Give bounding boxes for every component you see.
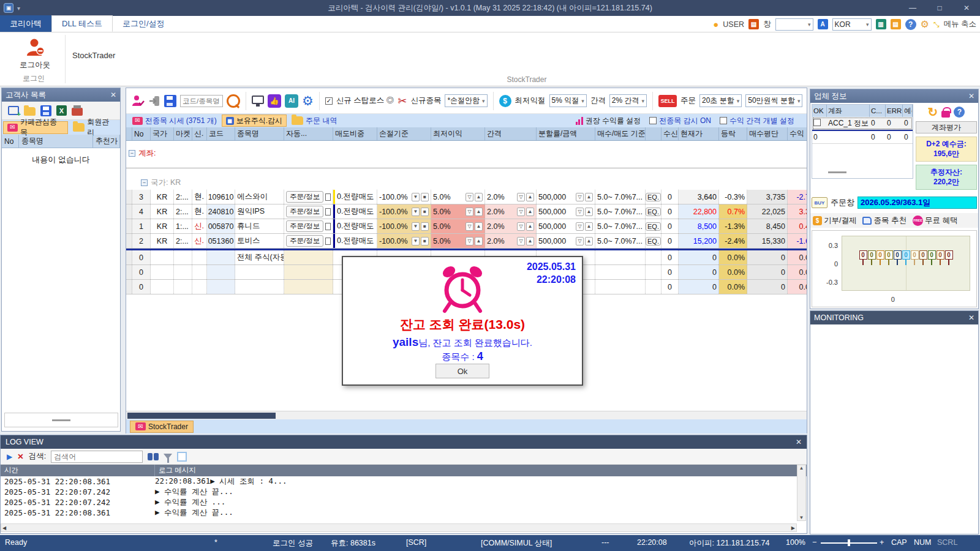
new-stoploss-checkbox[interactable]: ✓ <box>325 97 333 105</box>
col-no[interactable]: No <box>2 135 19 148</box>
account-row[interactable]: 0 0 0 0 <box>812 131 913 144</box>
spinner-down[interactable]: ▽ <box>517 222 525 231</box>
profit-rate-setting[interactable]: 권장 수익률 설정 <box>576 116 641 126</box>
app-icon[interactable]: ▣ <box>4 3 13 13</box>
free-benefit-link[interactable]: FREE 무료 혜택 <box>913 216 957 226</box>
row-checkbox[interactable] <box>325 193 331 201</box>
column-header[interactable]: 신. <box>192 127 207 140</box>
col-time[interactable]: 시간 <box>1 465 155 476</box>
account-row[interactable]: ACC_1 정보 0 0 0 <box>812 117 913 130</box>
chart-marker[interactable]: 0 <box>902 250 910 265</box>
zoom-in-icon[interactable]: + <box>880 538 884 547</box>
save-icon[interactable] <box>40 105 51 116</box>
order-amount-select[interactable]: 50만원씩 분할▾ <box>745 94 802 107</box>
collapse-icon[interactable]: − <box>129 150 135 157</box>
log-row[interactable]: 2025-05-31 22:20:08.361▶ 수익률 계산 끝... <box>1 508 807 518</box>
group-row-country[interactable]: − 국가: KR <box>126 176 807 189</box>
excel-export-icon[interactable]: X <box>56 105 67 116</box>
donate-link[interactable]: $ 기부/결제 <box>813 216 856 226</box>
collapse-menu-icon[interactable]: ⤡ <box>933 20 940 29</box>
account-eval-button[interactable]: 계좌평가 <box>916 121 977 133</box>
tab-stocktrader[interactable]: ✉ StockTrader <box>130 421 194 433</box>
column-header[interactable]: 매수평단 <box>747 127 788 140</box>
tab-dll-test[interactable]: DLL 테스트 <box>51 15 113 32</box>
column-header[interactable]: 간격 <box>485 127 537 140</box>
column-header[interactable]: 코드 <box>207 127 235 140</box>
spinner-up[interactable]: ▲ <box>585 237 593 246</box>
import-arrow-icon[interactable] <box>148 95 160 107</box>
stop-square-button[interactable]: ■ <box>421 222 429 231</box>
recommend-link[interactable]: 종목 추천 <box>862 216 906 226</box>
spinner-down[interactable]: ▽ <box>466 237 473 246</box>
buy-hand-icon[interactable]: BUY <box>812 197 827 208</box>
eq-button[interactable]: EQ. <box>646 237 661 246</box>
eq-button[interactable]: EQ. <box>646 222 661 231</box>
gear-icon[interactable]: ⚙ <box>302 94 314 108</box>
order-info-button[interactable]: 주문/정보 <box>286 220 323 232</box>
zoom-slider-thumb[interactable] <box>848 539 850 546</box>
spinner-down[interactable]: ▽ <box>576 193 584 201</box>
spinner-down[interactable]: ▽ <box>466 208 473 216</box>
user-check-icon[interactable] <box>131 94 145 108</box>
spinner-down[interactable]: ▽ <box>576 222 584 231</box>
spinner-up[interactable]: ▲ <box>475 208 483 216</box>
individual-gap-checkbox[interactable]: 수익 간격 개별 설정 <box>720 116 794 126</box>
code-search-input[interactable] <box>180 95 223 107</box>
thumbs-up-icon[interactable]: 👍 <box>268 94 281 108</box>
stop-down-button[interactable]: ▼ <box>412 193 420 201</box>
zoom-out-icon[interactable]: − <box>812 538 816 547</box>
chart-marker[interactable]: 0 <box>919 250 927 265</box>
tab-cafe-watchlist[interactable]: ✉ 카페관심종목 <box>3 121 68 134</box>
chart-marker[interactable]: 0 <box>894 250 902 265</box>
user-label[interactable]: USER <box>723 20 744 29</box>
stock-row[interactable]: 1KR1:...신.005870휴니드주문/정보0.전량매도-100.0%▼■5… <box>126 219 807 234</box>
maximize-button[interactable]: □ <box>926 0 953 16</box>
chart-marker[interactable]: 0 <box>885 250 893 265</box>
row-checkbox[interactable] <box>325 238 331 245</box>
window-label[interactable]: 창 <box>763 19 771 29</box>
collapse-icon[interactable]: − <box>141 179 148 186</box>
stock-row[interactable]: 3KR2:...현.109610에스와이주문/정보0.전량매도-100.0%▼■… <box>126 190 807 204</box>
add-list-icon[interactable] <box>8 106 19 115</box>
chart-marker[interactable]: 0 <box>945 250 953 265</box>
resize-grip[interactable] <box>828 171 846 173</box>
spinner-down[interactable]: ▽ <box>576 237 584 246</box>
spinner-down[interactable]: ▽ <box>517 193 525 201</box>
row-checkbox[interactable] <box>325 208 331 216</box>
stop-square-button[interactable]: ■ <box>421 237 429 246</box>
column-header[interactable]: 자동... <box>284 127 333 140</box>
stop-down-button[interactable]: ▼ <box>412 237 420 246</box>
col-name[interactable]: 종목명 <box>19 135 93 148</box>
eq-button[interactable]: EQ. <box>646 208 661 216</box>
column-header[interactable]: OK <box>812 105 827 117</box>
close-icon[interactable]: ✕ <box>968 313 974 322</box>
address-book-icon[interactable]: ▥ <box>876 19 886 29</box>
stop-down-button[interactable]: ▼ <box>412 208 420 216</box>
run-icon[interactable]: ▶ <box>7 452 12 461</box>
column-header[interactable]: 계좌 <box>827 105 870 117</box>
help-icon[interactable]: ? <box>905 19 916 30</box>
search-icon[interactable] <box>227 94 240 108</box>
column-header[interactable] <box>646 127 662 140</box>
spinner-down[interactable]: ▽ <box>466 193 473 201</box>
minimize-button[interactable]: — <box>899 0 926 16</box>
log-horizontal-scrollbar[interactable]: ◀▶ <box>1 523 797 532</box>
column-header[interactable]: 수신 <box>662 127 679 140</box>
log-row[interactable]: 2025-05-31 22:20:07.242▶ 수익률 계산 끝... <box>1 487 807 497</box>
collapse-menu-label[interactable]: 메뉴 축소 <box>944 19 976 29</box>
spinner-up[interactable]: ▲ <box>475 237 483 246</box>
close-icon[interactable]: ✕ <box>968 92 974 100</box>
resize-grip[interactable] <box>4 413 118 427</box>
column-header[interactable]: 매수/매도 기준... <box>595 127 646 140</box>
column-header[interactable] <box>126 127 132 140</box>
column-header[interactable]: 수익 <box>788 127 807 140</box>
column-header[interactable]: ERR <box>886 105 903 117</box>
quick-access-caret-icon[interactable]: ▾ <box>17 5 20 12</box>
filter-icon[interactable] <box>164 454 172 459</box>
spinner-down[interactable]: ▽ <box>576 208 584 216</box>
col-message[interactable]: 로그 메시지 <box>155 465 807 476</box>
ai-icon[interactable]: AI <box>285 94 298 108</box>
column-header[interactable]: 국가 <box>151 127 174 140</box>
order-info-button[interactable]: 주문/정보 <box>286 206 323 217</box>
log-vertical-scrollbar[interactable]: ▲▼ <box>797 465 806 521</box>
